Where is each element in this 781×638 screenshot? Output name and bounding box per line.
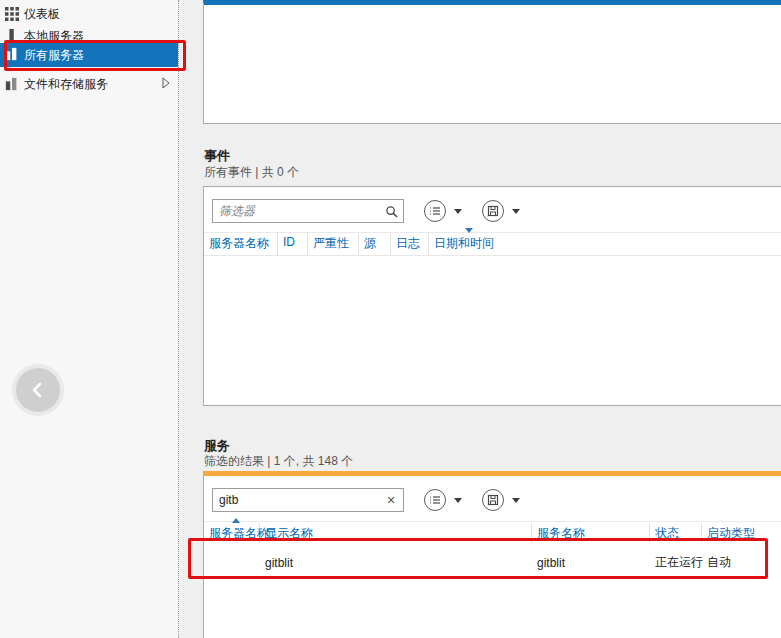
sidebar-item-label: 本地服务器 xyxy=(24,28,84,45)
all-servers-icon xyxy=(4,46,19,61)
caret-down-icon xyxy=(454,498,462,503)
service-start-type: 自动 xyxy=(702,554,781,571)
services-col-start-type[interactable]: 启动类型 xyxy=(702,523,781,545)
save-query-icon xyxy=(482,200,504,222)
services-col-server-name[interactable]: 服务器名称 xyxy=(204,523,260,545)
services-col-status[interactable]: 状态 xyxy=(650,523,702,545)
events-filter-box xyxy=(212,199,404,223)
clear-icon[interactable]: × xyxy=(383,492,399,508)
events-col-source[interactable]: 源 xyxy=(359,233,391,255)
sidebar-splitter[interactable] xyxy=(178,0,181,638)
service-row-gitblit[interactable]: gitblit gitblit 正在运行 自动 xyxy=(204,543,781,582)
events-col-server-name[interactable]: 服务器名称 xyxy=(204,233,278,255)
services-save-query-button[interactable] xyxy=(482,489,520,511)
services-filter-input[interactable] xyxy=(212,488,404,512)
sidebar-item-label: 所有服务器 xyxy=(24,47,84,64)
sidebar-item-file-storage-services[interactable]: 文件和存储服务 xyxy=(0,73,178,95)
dashboard-grid-icon xyxy=(4,6,19,21)
search-icon xyxy=(383,203,399,219)
list-tasks-icon xyxy=(424,489,446,511)
events-save-query-button[interactable] xyxy=(482,200,520,222)
services-panel: × 服务器名称 显示名称 服务名称 状态 启动类型 xyxy=(203,471,781,638)
events-col-datetime[interactable]: 日期和时间 xyxy=(429,233,781,255)
events-col-id[interactable]: ID xyxy=(278,233,308,255)
caret-down-icon xyxy=(512,498,520,503)
file-storage-icon xyxy=(4,76,19,91)
sidebar: 仪表板 本地服务器 所有服务器 文件和存 xyxy=(0,0,178,638)
back-button[interactable] xyxy=(16,368,60,412)
sort-descending-icon xyxy=(465,228,473,233)
events-panel: 服务器名称 ID 严重性 源 日志 日期和时间 xyxy=(203,186,781,406)
services-toolbar: × xyxy=(212,487,520,513)
events-table-header: 服务器名称 ID 严重性 源 日志 日期和时间 xyxy=(204,233,781,256)
caret-down-icon xyxy=(512,209,520,214)
submenu-arrow-icon[interactable] xyxy=(162,77,170,89)
sidebar-item-label: 仪表板 xyxy=(24,6,60,23)
services-view-options-button[interactable] xyxy=(424,489,462,511)
caret-down-icon xyxy=(454,209,462,214)
sort-ascending-icon xyxy=(232,518,240,523)
save-query-icon xyxy=(482,489,504,511)
server-manager-window: 仪表板 本地服务器 所有服务器 文件和存 xyxy=(0,0,781,638)
services-section-subtitle: 筛选的结果 | 1 个, 共 148 个 xyxy=(204,453,353,470)
chevron-left-icon xyxy=(26,378,50,402)
events-col-severity[interactable]: 严重性 xyxy=(308,233,359,255)
sidebar-item-label: 文件和存储服务 xyxy=(24,76,108,93)
events-filter-input[interactable] xyxy=(212,199,404,223)
services-filter-box: × xyxy=(212,488,404,512)
local-server-icon xyxy=(4,28,19,43)
list-tasks-icon xyxy=(424,200,446,222)
service-status: 正在运行 xyxy=(650,554,702,571)
servers-tile-panel xyxy=(203,0,781,124)
events-toolbar xyxy=(212,198,520,224)
events-col-log[interactable]: 日志 xyxy=(391,233,429,255)
events-section-title: 事件 xyxy=(204,147,230,165)
events-view-options-button[interactable] xyxy=(424,200,462,222)
toolbar-divider xyxy=(204,521,781,522)
sidebar-item-all-servers[interactable]: 所有服务器 xyxy=(0,43,178,67)
services-col-service-name[interactable]: 服务名称 xyxy=(532,523,650,545)
sidebar-item-dashboard[interactable]: 仪表板 xyxy=(0,3,178,25)
services-col-display-name[interactable]: 显示名称 xyxy=(260,523,532,545)
service-display-name: gitblit xyxy=(260,556,532,570)
events-section-subtitle: 所有事件 | 共 0 个 xyxy=(204,164,299,181)
service-name: gitblit xyxy=(532,556,650,570)
